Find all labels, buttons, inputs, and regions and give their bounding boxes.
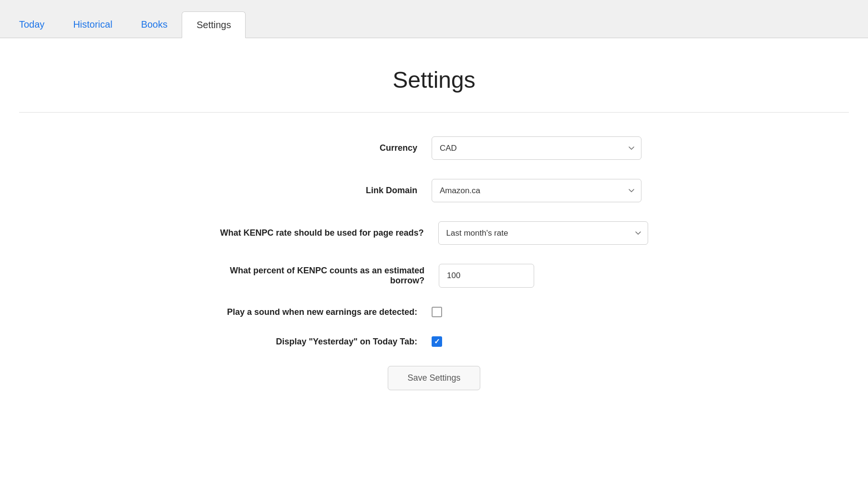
link-domain-control: Amazon.ca Amazon.com Amazon.co.uk Amazon… [432,179,641,202]
currency-row: Currency CAD USD EUR GBP AUD [219,136,649,160]
tab-today[interactable]: Today [5,11,59,38]
kenpc-rate-label: What KENPC rate should be used for page … [220,228,424,238]
currency-label: Currency [227,143,417,153]
kenpc-percent-row: What percent of KENPC counts as an estim… [219,264,649,288]
link-domain-label: Link Domain [227,186,417,196]
kenpc-rate-select[interactable]: Last month's rate Current month's rate [438,221,648,245]
tab-books[interactable]: Books [127,11,182,38]
currency-control: CAD USD EUR GBP AUD [432,136,641,160]
display-yesterday-checkbox[interactable] [432,336,442,347]
kenpc-percent-control [439,264,649,288]
kenpc-percent-label: What percent of KENPC counts as an estim… [219,266,424,286]
tab-settings[interactable]: Settings [182,11,246,38]
play-sound-control [432,307,641,317]
link-domain-select[interactable]: Amazon.ca Amazon.com Amazon.co.uk Amazon… [432,179,641,202]
kenpc-rate-row: What KENPC rate should be used for page … [219,221,649,245]
tab-bar: Today Historical Books Settings [0,0,868,38]
display-yesterday-row: Display "Yesterday" on Today Tab: [219,336,649,347]
kenpc-percent-input[interactable] [439,264,534,288]
play-sound-checkbox[interactable] [432,307,442,317]
display-yesterday-control [432,336,641,347]
play-sound-row: Play a sound when new earnings are detec… [219,307,649,317]
save-settings-button[interactable]: Save Settings [388,366,480,390]
display-yesterday-label: Display "Yesterday" on Today Tab: [227,337,417,347]
page-title: Settings [19,67,849,93]
currency-select[interactable]: CAD USD EUR GBP AUD [432,136,641,160]
tab-historical[interactable]: Historical [59,11,126,38]
link-domain-row: Link Domain Amazon.ca Amazon.com Amazon.… [219,179,649,202]
play-sound-label: Play a sound when new earnings are detec… [227,307,417,317]
main-content: Settings Currency CAD USD EUR GBP AUD Li… [0,38,868,478]
kenpc-rate-control: Last month's rate Current month's rate [438,221,648,245]
settings-form: Currency CAD USD EUR GBP AUD Link Domain… [219,136,649,390]
divider [19,112,849,113]
